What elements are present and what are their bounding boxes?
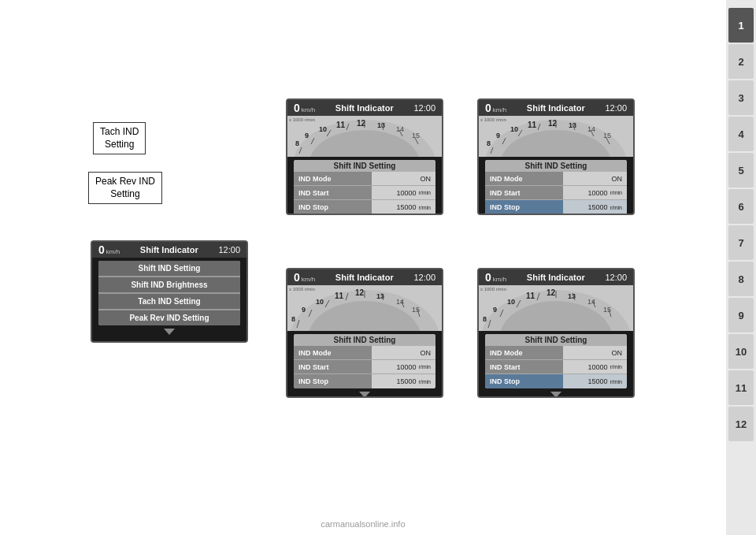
bottom-arrow-middle-right <box>359 392 370 398</box>
mr-stop-row: IND Stop 15000 r/min <box>294 374 435 388</box>
chapter-9[interactable]: 9 <box>728 298 754 333</box>
screen-bottom-right: 0 km/h Shift Indicator 12:00 x 1000 r/mi… <box>477 268 635 398</box>
main-content: Tach IND Setting Peak Rev IND Setting 0 … <box>0 0 726 535</box>
chapter-4[interactable]: 4 <box>728 117 754 151</box>
tach-ind-label: Tach IND Setting <box>93 122 146 154</box>
settings-panel-top-right: Shift IND Setting IND Mode ON IND Start … <box>485 160 627 214</box>
chapter-8[interactable]: 8 <box>728 262 754 296</box>
settings-row-stop: IND Stop 15000 r/min <box>294 200 435 214</box>
svg-text:9: 9 <box>493 306 497 314</box>
br-mode-row: IND Mode ON <box>485 346 627 360</box>
screen-header-middle-right: 0 km/h Shift Indicator 12:00 <box>287 269 442 285</box>
tacho-top-right: x 1000 r/min 8 9 10 11 12 13 14 15 <box>479 116 633 157</box>
tacho-bottom-right: x 1000 r/min 8 9 10 11 12 13 14 15 <box>479 285 633 331</box>
svg-text:8: 8 <box>291 315 295 323</box>
chapter-11[interactable]: 11 <box>728 370 754 405</box>
chapter-1[interactable]: 1 <box>728 8 754 43</box>
svg-text:8: 8 <box>295 139 299 147</box>
svg-text:11: 11 <box>528 121 537 129</box>
settings-row-mode: IND Mode ON <box>294 172 435 186</box>
svg-text:8: 8 <box>483 315 487 323</box>
menu-panel: Shift IND Setting Shift IND Brightness T… <box>98 261 240 325</box>
svg-text:9: 9 <box>496 132 500 139</box>
svg-text:13: 13 <box>377 121 385 129</box>
screen-top-left: 0 km/h Shift Indicator 12:00 x 1000 r/mi… <box>286 98 443 215</box>
chapter-5[interactable]: 5 <box>728 153 754 188</box>
svg-text:11: 11 <box>526 292 536 300</box>
chapter-10[interactable]: 10 <box>728 334 754 369</box>
svg-text:10: 10 <box>507 298 515 306</box>
chapter-12[interactable]: 12 <box>728 407 754 441</box>
svg-text:9: 9 <box>305 132 309 139</box>
menu-shift-ind[interactable]: Shift IND Setting <box>98 261 240 277</box>
svg-text:11: 11 <box>335 292 344 300</box>
svg-text:12: 12 <box>355 288 365 297</box>
svg-text:10: 10 <box>319 125 327 133</box>
svg-text:10: 10 <box>316 298 324 306</box>
tacho-middle-right: x 1000 r/min 8 9 10 11 12 13 14 15 <box>287 285 442 331</box>
bottom-arrow-middle-left <box>164 329 175 335</box>
tr-start-row: IND Start 10000 r/min <box>485 186 627 200</box>
tr-stop-row: IND Stop 15000 r/min <box>485 200 627 214</box>
tacho-top-left: x 1000 r/min 8 9 10 11 12 13 14 15 <box>287 116 442 157</box>
screen-header-top-left: 0 km/h Shift Indicator 12:00 <box>287 100 442 116</box>
settings-panel-middle-right: Shift IND Setting IND Mode ON IND Start … <box>294 334 435 388</box>
peak-rev-label: Peak Rev IND Setting <box>88 172 162 204</box>
chapter-bar: 1 2 3 4 5 6 7 8 9 10 11 12 <box>726 0 756 535</box>
chapter-3[interactable]: 3 <box>728 80 754 115</box>
screen-top-right: 0 km/h Shift Indicator 12:00 x 1000 r/mi… <box>477 98 635 215</box>
chapter-2[interactable]: 2 <box>728 44 754 79</box>
speed-top-left: 0 <box>294 102 300 114</box>
chapter-7[interactable]: 7 <box>728 225 754 260</box>
screen-header-top-right: 0 km/h Shift Indicator 12:00 <box>479 100 633 116</box>
menu-tach-ind[interactable]: Tach IND Setting <box>98 294 240 310</box>
svg-text:12: 12 <box>547 288 556 297</box>
svg-text:9: 9 <box>302 306 306 314</box>
svg-text:13: 13 <box>569 121 576 129</box>
watermark: carmanualsonline.info <box>321 519 405 529</box>
tr-mode-row: IND Mode ON <box>485 172 627 186</box>
br-stop-row: IND Stop 15000 r/min <box>485 374 627 388</box>
chapter-6[interactable]: 6 <box>728 189 754 224</box>
settings-panel-bottom-right: Shift IND Setting IND Mode ON IND Start … <box>485 334 627 388</box>
bottom-arrow-bottom-right <box>550 392 561 398</box>
settings-panel-top-left: Shift IND Setting IND Mode ON IND Start … <box>294 160 435 214</box>
svg-text:15: 15 <box>412 132 420 139</box>
screen-header-middle-left: 0 km/h Shift Indicator 12:00 <box>92 242 246 258</box>
screen-middle-right: 0 km/h Shift Indicator 12:00 x 1000 r/mi… <box>286 268 443 398</box>
screen-middle-left: 0 km/h Shift Indicator 12:00 Shift IND S… <box>91 240 248 343</box>
svg-text:10: 10 <box>510 125 518 133</box>
mr-start-row: IND Start 10000 r/min <box>294 360 435 374</box>
menu-shift-brightness[interactable]: Shift IND Brightness <box>98 277 240 294</box>
screen-header-bottom-right: 0 km/h Shift Indicator 12:00 <box>479 269 633 285</box>
svg-text:8: 8 <box>487 139 491 147</box>
mr-mode-row: IND Mode ON <box>294 346 435 360</box>
settings-row-start: IND Start 10000 r/min <box>294 186 435 200</box>
svg-text:15: 15 <box>603 132 611 139</box>
menu-peak-rev[interactable]: Peak Rev IND Setting <box>98 310 240 325</box>
br-start-row: IND Start 10000 r/min <box>485 360 627 374</box>
svg-text:11: 11 <box>336 121 346 129</box>
